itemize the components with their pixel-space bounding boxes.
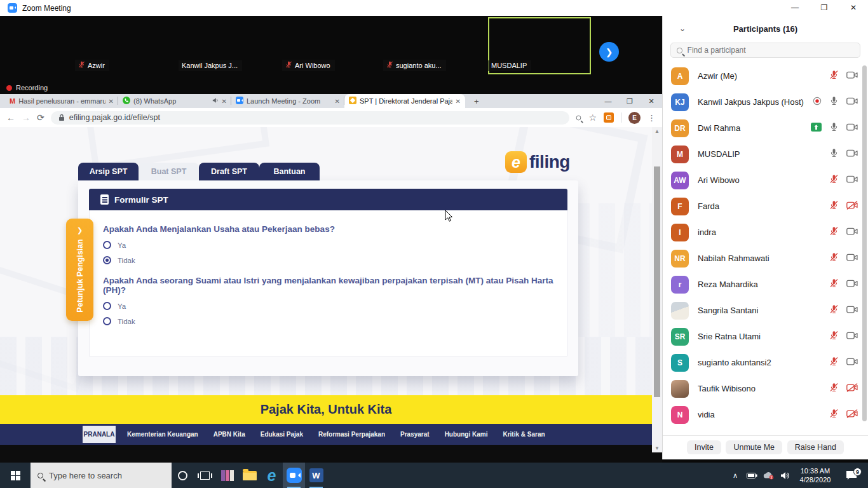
footer-link[interactable]: Edukasi Pajak — [261, 431, 303, 438]
tab-close-icon[interactable]: ✕ — [456, 98, 461, 105]
edge-button[interactable]: e — [261, 463, 283, 488]
browser-restore-button[interactable]: ❐ — [619, 94, 641, 108]
radio-option[interactable]: Tidak — [103, 256, 554, 264]
efiling-tab[interactable]: Arsip SPT — [78, 163, 139, 180]
word-icon: W — [309, 468, 323, 482]
radio-label: Tidak — [118, 318, 135, 325]
footer-link[interactable]: Prasyarat — [400, 431, 430, 438]
participant-row[interactable]: r Reza Mahardika — [663, 271, 868, 297]
footer-link[interactable]: Hubungi Kami — [445, 431, 488, 438]
radio-selected-icon[interactable] — [103, 256, 111, 264]
video-tile[interactable]: sugianto aku... — [383, 17, 458, 74]
muted-mic-icon — [829, 200, 839, 212]
clock-time: 10:38 AM — [793, 466, 837, 475]
reload-button[interactable]: ⟳ — [37, 112, 44, 123]
tab-favicon: M — [10, 97, 15, 105]
raise-hand-button[interactable]: Raise Hand — [787, 440, 844, 454]
address-bar[interactable]: efiling.pajak.go.id/efile/spt — [51, 111, 570, 125]
participant-row[interactable]: AW Ari Wibowo — [663, 167, 868, 193]
close-button[interactable]: ✕ — [839, 0, 868, 16]
participant-row[interactable]: Taufik Wibisono — [663, 376, 868, 402]
radio-option[interactable]: Ya — [103, 241, 554, 249]
participant-row[interactable]: Sangrila Santani — [663, 297, 868, 323]
footer-link[interactable]: APBN Kita — [214, 431, 245, 438]
participants-header: ⌄ Participants (16) — [663, 16, 868, 41]
tray-chevron-icon[interactable]: ∧ — [727, 471, 743, 480]
page-scrollbar[interactable]: ▲ ▼ — [652, 127, 662, 452]
footer-link[interactable]: Kementerian Keuangan — [127, 431, 198, 438]
participant-row[interactable]: F Farda — [663, 193, 868, 219]
word-taskbar-button[interactable]: W — [305, 463, 327, 488]
efiling-tab[interactable]: Buat SPT — [139, 163, 199, 180]
video-tile[interactable]: Ari Wibowo — [282, 17, 381, 74]
battery-icon[interactable] — [743, 473, 760, 478]
taskbar-search[interactable]: Type here to search — [31, 463, 172, 488]
extension-icon[interactable] — [604, 112, 614, 123]
invite-button[interactable]: Invite — [687, 440, 721, 454]
search-input[interactable] — [688, 46, 854, 55]
new-tab-button[interactable]: + — [469, 95, 484, 108]
radio-option[interactable]: Ya — [103, 302, 554, 310]
participant-row[interactable]: SR Srie Ratna Utami — [663, 323, 868, 349]
participant-video-name: MUSDALIP — [491, 62, 527, 69]
tab-favicon — [236, 97, 243, 105]
efiling-tab[interactable]: Draft SPT — [199, 163, 259, 180]
video-tile[interactable]: Azwir — [75, 17, 177, 74]
participant-row[interactable]: NR Nabilah Rahmawati — [663, 245, 868, 271]
scrollbar-thumb[interactable] — [654, 166, 660, 397]
task-view-button[interactable] — [194, 463, 216, 488]
video-tile[interactable]: MUSDALIP — [488, 17, 591, 74]
radio-icon[interactable] — [103, 302, 111, 310]
radio-option[interactable]: Tidak — [103, 317, 554, 325]
browser-tab[interactable]: M Hasil penelusuran - emmarundy ✕ — [5, 94, 118, 108]
browser-menu-icon[interactable]: ⋮ — [648, 113, 656, 123]
bookmark-star-icon[interactable]: ☆ — [588, 112, 597, 123]
winrar-button[interactable] — [216, 463, 238, 488]
browser-close-button[interactable]: ✕ — [641, 94, 662, 108]
browser-tab[interactable]: (8) WhatsApp ✕ — [118, 94, 231, 108]
tab-close-icon[interactable]: ✕ — [222, 98, 227, 105]
unmute-me-button[interactable]: Unmute Me — [726, 440, 782, 454]
volume-icon[interactable] — [776, 471, 793, 480]
participant-row[interactable]: KJ Kanwil Jakpus Jakpus (Host) — [663, 89, 868, 115]
participant-search[interactable] — [670, 43, 860, 58]
back-button[interactable]: ← — [6, 112, 15, 123]
file-explorer-button[interactable] — [238, 463, 261, 488]
scroll-up-icon[interactable]: ▲ — [652, 127, 662, 135]
restore-button[interactable]: ❐ — [810, 0, 839, 16]
scroll-down-icon[interactable]: ▼ — [652, 444, 662, 452]
cortana-button[interactable] — [172, 463, 194, 488]
participant-row[interactable]: A Azwir (Me) — [663, 63, 868, 89]
footer-link[interactable]: Kritik & Saran — [503, 431, 545, 438]
participant-row[interactable]: M MUSDALIP — [663, 141, 868, 167]
tab-close-icon[interactable]: ✕ — [109, 98, 114, 105]
zoom-taskbar-button[interactable] — [283, 463, 305, 488]
next-videos-button[interactable]: ❯ — [599, 42, 619, 62]
forward-button[interactable]: → — [22, 112, 31, 123]
winrar-icon — [221, 470, 234, 481]
petunjuk-pengisian-tab[interactable]: ❯ Petunjuk Pengisian — [66, 219, 93, 321]
browser-tab[interactable]: Launch Meeting - Zoom ✕ — [231, 94, 344, 108]
participants-scrollbar[interactable] — [862, 65, 867, 421]
chevron-down-icon[interactable]: ⌄ — [679, 24, 686, 33]
efiling-tab[interactable]: Bantuan — [259, 163, 320, 180]
page-zoom-icon[interactable] — [576, 115, 581, 120]
taskbar-clock[interactable]: 10:38 AM 4/28/2020 — [793, 466, 837, 484]
participant-row[interactable]: DR Dwi Rahma — [663, 115, 868, 141]
profile-avatar[interactable]: E — [628, 112, 641, 124]
action-center-button[interactable]: 9 — [837, 471, 865, 480]
participant-name: indra — [698, 227, 829, 237]
radio-icon[interactable] — [103, 317, 111, 325]
onedrive-error-icon[interactable] — [760, 471, 776, 480]
tab-close-icon[interactable]: ✕ — [335, 98, 340, 105]
browser-tab[interactable]: SPT | Direktorat Jenderal Pajak ✕ — [344, 94, 465, 108]
radio-icon[interactable] — [103, 241, 111, 249]
footer-link[interactable]: Reformasi Perpajakan — [318, 431, 385, 438]
start-button[interactable] — [0, 463, 31, 488]
participant-row[interactable]: S sugianto akuntansi2 — [663, 349, 868, 376]
participant-row[interactable]: N vidia — [663, 402, 868, 428]
minimize-button[interactable]: — — [780, 0, 810, 16]
browser-minimize-button[interactable]: — — [597, 94, 619, 108]
video-tile[interactable]: Kanwil Jakpus J... — [179, 17, 280, 74]
participant-row[interactable]: I indra — [663, 219, 868, 245]
